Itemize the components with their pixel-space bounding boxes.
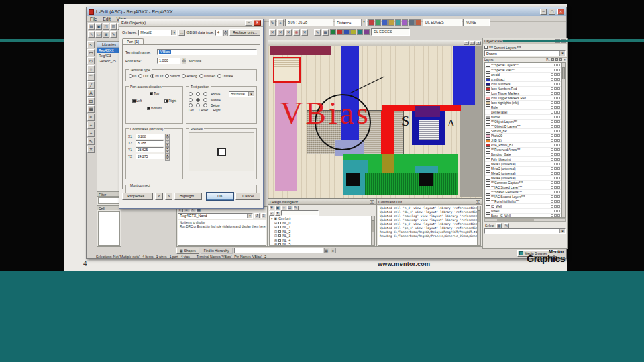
scrollbar-thumb[interactable] [497,219,534,221]
status-list-icon[interactable]: ≡ [331,248,336,253]
textpos-radio[interactable] [196,92,200,96]
drawing-tool-icon[interactable]: ╱ [87,81,95,89]
layer-fill-checkbox[interactable] [557,87,560,90]
layer-row[interactable]: ***Reserved Arrow*** [485,148,565,152]
layer-swatch[interactable] [486,139,490,142]
layout-command-icon[interactable] [375,19,381,26]
layer-lock-checkbox[interactable] [554,186,557,189]
canvas-maximize-icon[interactable]: ▢ [470,41,475,45]
checkbox-icon[interactable] [132,99,136,103]
properties-button[interactable]: Properties... [122,193,153,200]
lock-column-icon[interactable] [555,58,558,61]
command-list-close-icon[interactable]: ✕ [476,200,480,204]
layer-fill-checkbox[interactable] [557,214,560,217]
verify-command-icon[interactable] [330,29,336,35]
direction-bottom-option[interactable]: Bottom [147,106,162,110]
layer-lock-checkbox[interactable] [554,167,557,170]
libraries-tab[interactable]: Libraries [97,42,121,48]
layer-row[interactable]: JHD (L) [485,138,565,143]
measure-mode-dropdown[interactable]: Distance ▾ [335,19,367,26]
previous-object-button[interactable]: < [155,193,163,200]
layout-command-icon[interactable] [368,19,374,26]
layer-row[interactable]: Icon Numbers Red [485,87,565,91]
window-titlebar[interactable]: L-Edit (ASC) - Reg4GXX - Reg4GXX ─ ▢ ✕ [87,7,566,16]
direction-right-option[interactable]: Right [164,99,176,103]
layer-swatch[interactable] [486,181,490,185]
layer-visibility-checkbox[interactable] [551,195,553,198]
direction-top-option[interactable]: Top [150,91,159,95]
textpos-radio[interactable] [189,92,193,96]
radio-icon[interactable] [182,74,186,78]
textpos-radio[interactable] [203,98,207,102]
menu-icon[interactable]: ≡ [564,58,566,62]
layer-fill-checkbox[interactable] [557,116,560,118]
delete-icon[interactable]: ✕ [269,29,276,36]
coordinate-stepper[interactable]: ▴ ▾ [165,147,170,152]
layer-fill-checkbox[interactable] [557,200,560,203]
layer-swatch[interactable] [486,116,490,119]
layer-row[interactable]: Icon Numbers [485,82,565,87]
layer-fill-checkbox[interactable] [557,78,560,81]
layout-command-icon[interactable] [388,19,394,26]
textpos-radio[interactable] [189,98,193,102]
layer-swatch[interactable] [486,134,490,138]
layer-lock-checkbox[interactable] [554,158,557,161]
chevron-down-icon[interactable]: ▾ [559,51,565,56]
layer-swatch[interactable] [486,120,490,124]
layer-fill-checkbox[interactable] [557,163,560,165]
layer-visibility-checkbox[interactable] [551,83,553,85]
layout-command-icon[interactable] [382,19,388,26]
layer-fill-checkbox[interactable] [557,139,560,142]
spin-down-icon[interactable]: ▾ [223,33,228,36]
terminal-name-input[interactable]: VBias [157,49,257,55]
layer-visibility-checkbox[interactable] [551,101,553,104]
layer-lock-checkbox[interactable] [554,148,557,151]
layer-swatch[interactable] [486,205,490,208]
replace-only-button[interactable]: Replace only... [229,29,260,36]
direction-left-option[interactable]: Left [132,99,142,103]
layer-visibility-checkbox[interactable] [551,200,553,203]
layer-fill-checkbox[interactable] [557,144,560,146]
layer-fill-checkbox[interactable] [557,120,560,123]
layer-row[interactable]: Poly_blueprint [485,157,565,162]
p-column-header[interactable]: P... [546,58,550,62]
drawing-tool-icon[interactable]: ✎ [87,138,95,145]
layer-row[interactable]: ***Ports highlights*** [485,199,565,204]
expand-icon[interactable]: ⊞ [287,206,292,210]
layer-list-scrollbar[interactable] [561,63,565,217]
tree-item-row[interactable]: ⊞ NL_5 [270,242,374,246]
pencil-icon[interactable]: ✎ [269,19,276,26]
layer-visibility-checkbox[interactable] [551,92,553,95]
menu-item[interactable]: Edit [103,17,110,21]
layer-visibility-checkbox[interactable] [551,177,553,179]
terminal-type-option[interactable]: Switch [165,74,180,78]
terminal-type-option[interactable]: Tristate [217,74,233,78]
coordinate-input[interactable]: 8.788 [136,140,164,146]
layer-row[interactable]: ***Common Capture*** [485,181,565,185]
layer-visibility-checkbox[interactable] [551,78,553,81]
layer-swatch[interactable] [486,130,490,133]
layer-visibility-checkbox[interactable] [551,64,553,66]
font-size-input[interactable]: 1.000 [157,58,180,64]
layer-swatch[interactable] [486,64,490,67]
terminal-type-option[interactable]: InOut [150,74,163,78]
layer-swatch[interactable] [486,210,490,213]
layer-visibility-checkbox[interactable] [551,181,553,184]
menu-item[interactable]: File [90,17,97,21]
layer-fill-checkbox[interactable] [557,158,560,161]
layer-visibility-checkbox[interactable] [551,130,553,132]
layer-lock-checkbox[interactable] [554,73,557,76]
terminal-type-option[interactable]: In [129,74,136,78]
layer-row[interactable]: Metal1 (universal) [485,162,565,167]
layer-lock-checkbox[interactable] [554,111,557,114]
file-toolbar-icon[interactable]: ◫ [103,23,109,30]
layer-swatch[interactable] [486,144,490,147]
layer-visibility-checkbox[interactable] [551,144,553,146]
close-icon[interactable]: ✕ [557,9,564,15]
layer-row[interactable]: ***Special Vias*** [485,68,565,73]
spin-down-icon[interactable]: ▾ [182,61,186,64]
layer-fill-checkbox[interactable] [557,101,560,104]
dropdown-icon[interactable]: ▾ [275,211,280,216]
cut-object-icon[interactable]: ✕ [285,29,292,36]
drawing-tool-icon[interactable]: ◇ [87,57,95,64]
